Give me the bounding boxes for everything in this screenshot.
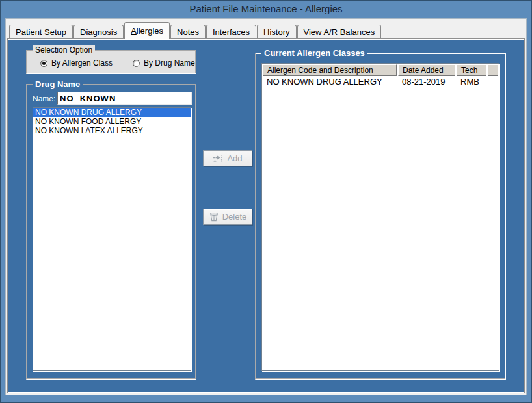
dialog-body: Patient SetupDiagnosisAllergiesNotesInte… <box>5 18 527 395</box>
add-button[interactable]: Add <box>203 150 252 166</box>
name-input[interactable] <box>57 92 192 105</box>
selection-option-group: Selection Option By Allergen ClassBy Dru… <box>26 50 196 74</box>
list-item[interactable]: NO KNOWN DRUG ALLERGY <box>33 108 191 117</box>
cell: 08-21-2019 <box>398 76 455 88</box>
cell: RMB <box>457 76 486 88</box>
tab-page-allergies: Selection Option By Allergen ClassBy Dru… <box>7 38 525 393</box>
delete-button-label: Delete <box>222 212 247 222</box>
table-row[interactable]: NO KNOWN DRUG ALLERGY08-21-2019RMB <box>262 76 499 88</box>
drug-name-listbox[interactable]: NO KNOWN DRUG ALLERGYNO KNOWN FOOD ALLER… <box>33 107 191 371</box>
name-label: Name: <box>33 94 55 103</box>
column-header-tech[interactable]: Tech <box>457 64 486 76</box>
tab-diagnosis[interactable]: Diagnosis <box>73 25 124 38</box>
tab-patient-setup[interactable]: Patient Setup <box>9 25 73 38</box>
current-allergen-classes-group: Current Allergen Classes Allergen Code a… <box>255 53 506 380</box>
delete-icon <box>209 212 219 222</box>
list-item[interactable]: NO KNOWN FOOD ALLERGY <box>33 117 191 126</box>
tab-strip: Patient SetupDiagnosisAllergiesNotesInte… <box>7 20 525 38</box>
tab-history[interactable]: History <box>257 25 296 38</box>
allergen-grid: Allergen Code and DescriptionDate AddedT… <box>261 63 499 371</box>
column-header-allergen-code-and-description[interactable]: Allergen Code and Description <box>263 64 397 76</box>
tab-view-a-r-balances[interactable]: View A/R Balances <box>297 25 382 38</box>
selection-option-legend: Selection Option <box>33 46 95 55</box>
list-item[interactable]: NO KNOWN LATEX ALLERGY <box>33 126 191 135</box>
current-allergen-classes-legend: Current Allergen Classes <box>261 48 367 58</box>
delete-button[interactable]: Delete <box>203 209 252 225</box>
radio-circle-icon <box>40 60 47 67</box>
window-title: Patient File Maintenance - Allergies <box>189 3 342 14</box>
radio-circle-icon <box>133 60 140 67</box>
drug-name-group: Drug Name Name: NO KNOWN DRUG ALLERGYNO … <box>26 84 196 380</box>
add-button-label: Add <box>227 153 242 163</box>
allergen-grid-body: NO KNOWN DRUG ALLERGY08-21-2019RMB <box>262 76 499 88</box>
allergen-grid-header: Allergen Code and DescriptionDate AddedT… <box>262 64 499 76</box>
radio-by-drug-name[interactable]: By Drug Name <box>133 58 195 68</box>
title-bar: Patient File Maintenance - Allergies <box>1 1 531 18</box>
column-header-date-added[interactable]: Date Added <box>398 64 455 76</box>
tab-notes[interactable]: Notes <box>170 25 206 38</box>
tab-allergies[interactable]: Allergies <box>124 22 170 39</box>
add-icon <box>213 154 224 163</box>
radio-by-allergen-class[interactable]: By Allergen Class <box>40 58 113 68</box>
radio-label: By Drug Name <box>144 58 195 68</box>
cell: NO KNOWN DRUG ALLERGY <box>263 76 397 88</box>
app-window: Patient File Maintenance - Allergies Pat… <box>0 0 532 403</box>
drug-name-legend: Drug Name <box>33 79 83 89</box>
column-header-filler <box>488 64 498 76</box>
radio-label: By Allergen Class <box>51 58 113 68</box>
tab-interfaces[interactable]: Interfaces <box>206 25 256 38</box>
